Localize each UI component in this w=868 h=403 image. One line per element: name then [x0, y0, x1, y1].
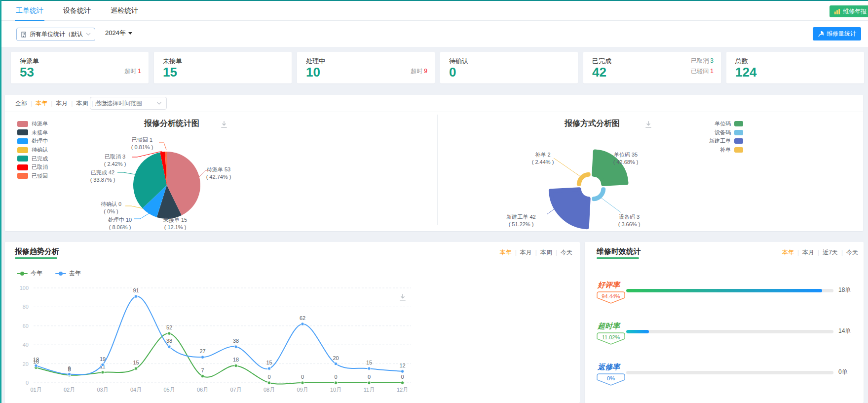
data-point[interactable]	[201, 356, 204, 359]
filter-今天[interactable]: 今天	[846, 249, 859, 256]
legend-label: 单位码	[715, 120, 731, 127]
pie-label-text: 已驳回 1	[132, 137, 152, 143]
filter-本月[interactable]: 本月	[802, 249, 815, 256]
stat-card-value: 124	[735, 65, 756, 80]
legend-item-已完成[interactable]: 已完成	[17, 154, 48, 163]
data-point[interactable]	[334, 381, 337, 384]
data-point-label: 0	[267, 374, 270, 380]
timeliness-title: 维修时效统计	[597, 247, 641, 256]
pie-chart-icon	[818, 31, 824, 37]
tab-设备统计[interactable]: 设备统计	[62, 1, 92, 20]
data-point-label: 19	[100, 356, 106, 362]
metric-label-返修率: 返修率	[598, 363, 620, 372]
data-point-label: 0	[368, 374, 371, 380]
data-point[interactable]	[168, 332, 171, 335]
data-point-label: 15	[266, 360, 272, 365]
data-point[interactable]	[267, 381, 270, 384]
shield-badge-icon: 0%	[597, 373, 625, 386]
data-point[interactable]	[334, 362, 337, 365]
data-point[interactable]	[201, 374, 204, 377]
data-point[interactable]	[234, 364, 237, 367]
legend-item-已驳回[interactable]: 已驳回	[17, 172, 48, 181]
data-point-label: 9	[68, 365, 71, 371]
data-point[interactable]	[267, 367, 270, 370]
legend-swatch	[17, 164, 28, 170]
pie-label-text: 待派单 53	[207, 166, 230, 172]
legend-item-设备码[interactable]: 设备码	[661, 128, 743, 137]
data-point[interactable]	[301, 322, 304, 325]
legend-item-新建工单[interactable]: 新建工单	[661, 137, 743, 146]
data-point[interactable]	[35, 364, 38, 367]
legend-item-未接单[interactable]: 未接单	[17, 128, 48, 137]
annual-report-button[interactable]: 维修年报	[830, 5, 868, 17]
data-point[interactable]	[234, 345, 237, 348]
year-select-value: 2024年	[105, 29, 126, 38]
stat-card-badge: 已驳回1	[691, 67, 714, 76]
x-axis-label: 06月	[197, 387, 208, 393]
download-icon[interactable]	[644, 121, 652, 128]
main-tabs: 工单统计设备统计巡检统计	[1, 1, 868, 21]
pie-label-pct: ( 2.44% )	[532, 159, 554, 165]
data-point[interactable]	[368, 381, 371, 384]
pie2-label-单位码: 单位码 35( 42.68% )	[602, 151, 649, 165]
filter-近7天[interactable]: 近7天	[822, 249, 838, 256]
legend-swatch	[17, 173, 28, 179]
data-point-label: 27	[199, 348, 205, 354]
tab-巡检统计[interactable]: 巡检统计	[110, 1, 139, 20]
x-axis-label: 05月	[163, 387, 175, 393]
data-point-label: 7	[201, 367, 204, 373]
repair-volume-button[interactable]: 维修量统计	[813, 27, 861, 40]
filter-separator: |	[797, 249, 799, 256]
legend-item-处理中[interactable]: 处理中	[17, 137, 48, 146]
stat-card-value: 10	[306, 65, 320, 80]
filter-separator: |	[841, 249, 843, 256]
legend-swatch	[17, 156, 28, 161]
metric-badge-超时率: 11.02%	[597, 332, 625, 347]
data-point[interactable]	[101, 363, 104, 366]
pie1-title: 报修分析统计图	[117, 119, 226, 129]
pie-label-pct: ( 51.22% )	[509, 221, 534, 227]
data-point[interactable]	[368, 367, 371, 370]
legend-label: 处理中	[32, 137, 48, 145]
download-icon[interactable]	[220, 121, 228, 128]
legend-label: 已驳回	[32, 172, 48, 180]
data-point[interactable]	[401, 381, 404, 384]
legend-item-补单[interactable]: 补单	[661, 146, 743, 155]
data-point[interactable]	[301, 381, 304, 384]
data-point[interactable]	[134, 295, 137, 298]
data-point-label: 38	[166, 338, 172, 344]
legend-item-待派单[interactable]: 待派单	[17, 120, 48, 128]
data-point[interactable]	[134, 367, 137, 370]
pie1-label-已取消: 已取消 3( 2.42% )	[91, 153, 139, 167]
legend-swatch	[17, 129, 28, 135]
legend-item-单位码[interactable]: 单位码	[661, 120, 743, 128]
legend-item-待确认[interactable]: 待确认	[17, 146, 48, 155]
badge-count: 3	[710, 57, 714, 64]
data-point-label: 18	[33, 357, 39, 363]
legend-label: 已完成	[32, 155, 48, 162]
stat-card-badge: 已取消3	[691, 57, 714, 65]
data-point[interactable]	[68, 373, 71, 376]
metric-bar-好评率	[626, 289, 833, 292]
tab-工单统计[interactable]: 工单统计	[15, 1, 44, 21]
stat-card-总数: 总数124	[726, 52, 864, 83]
data-point[interactable]	[401, 370, 404, 373]
pie1-label-待确认: 待确认 0( 0% )	[87, 201, 135, 215]
pie1-label-已驳回: 已驳回 1( 0.81% )	[118, 136, 166, 151]
year-select[interactable]: 2024年	[105, 29, 132, 38]
pie-label-pct: ( 42.74% )	[206, 174, 231, 180]
x-axis-label: 04月	[130, 387, 142, 393]
metric-count-返修率: 0单	[838, 368, 848, 376]
data-point[interactable]	[101, 371, 104, 374]
y-axis-tick: 40	[23, 342, 29, 348]
metric-bar-超时率	[626, 330, 833, 333]
data-point[interactable]	[168, 345, 171, 348]
caret-down-icon	[128, 32, 132, 35]
filter-本年[interactable]: 本年	[782, 249, 794, 256]
stat-card-待派单: 待派单53超时1	[11, 52, 149, 83]
unit-select[interactable]: 所有单位统计（默认）	[16, 28, 95, 41]
legend-item-已取消[interactable]: 已取消	[17, 163, 48, 172]
pie-label-text: 已完成 42	[91, 169, 114, 175]
bar-chart-icon	[834, 8, 840, 15]
pie2-legend: 单位码设备码新建工单补单	[661, 120, 743, 154]
